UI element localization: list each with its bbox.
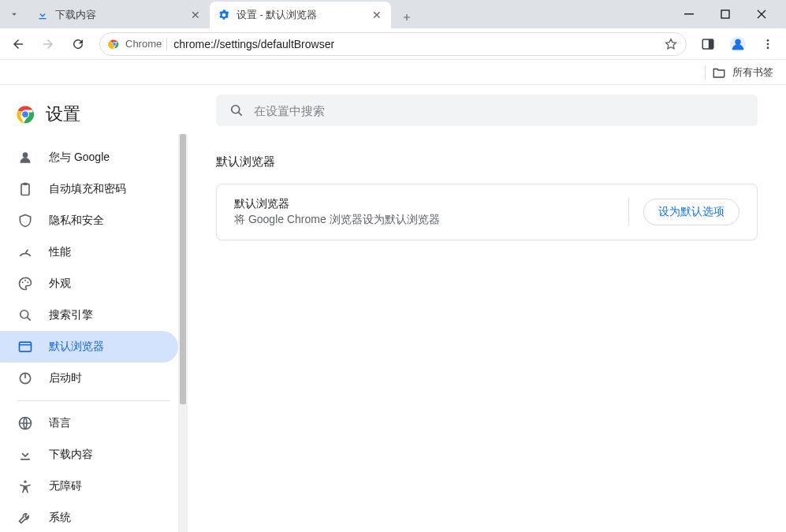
- chrome-logo-icon: [108, 38, 121, 50]
- nav-label: 隐私和安全: [49, 214, 104, 228]
- sidebar-item-privacy[interactable]: 隐私和安全: [0, 205, 178, 236]
- sidebar-item-accessibility[interactable]: 无障碍: [0, 471, 178, 502]
- nav-label: 搜索引擎: [49, 308, 93, 322]
- sidebar-item-on-startup[interactable]: 启动时: [0, 363, 178, 394]
- svg-point-12: [767, 47, 769, 49]
- globe-icon: [17, 415, 33, 431]
- all-bookmarks-button[interactable]: 所有书签: [732, 65, 773, 80]
- svg-point-10: [767, 39, 769, 42]
- set-default-button[interactable]: 设为默认选项: [643, 199, 739, 225]
- nav-label: 默认浏览器: [49, 340, 104, 354]
- close-icon[interactable]: ✕: [189, 9, 202, 21]
- close-window-button[interactable]: [743, 0, 780, 28]
- folder-icon: [712, 65, 726, 80]
- maximize-button[interactable]: [707, 0, 743, 28]
- download-icon: [36, 9, 49, 21]
- accessibility-icon: [17, 478, 33, 494]
- address-bar[interactable]: Chrome chrome://settings/defaultBrowser: [99, 32, 687, 56]
- gear-icon: [218, 9, 230, 21]
- settings-main: 默认浏览器 默认浏览器 将 Google Chrome 浏览器设为默认浏览器 设…: [188, 85, 786, 532]
- tab-search-button[interactable]: [0, 0, 28, 28]
- svg-rect-23: [20, 342, 32, 352]
- bookmark-star-icon[interactable]: [664, 37, 678, 51]
- sidebar-item-performance[interactable]: 性能: [0, 236, 178, 268]
- nav-label: 性能: [49, 245, 71, 259]
- sidebar-item-downloads[interactable]: 下载内容: [0, 439, 178, 471]
- chrome-chip-label: Chrome: [125, 38, 162, 50]
- svg-point-19: [22, 281, 24, 283]
- clipboard-icon: [17, 181, 33, 197]
- sidebar-item-system[interactable]: 系统: [0, 502, 178, 532]
- browser-icon: [17, 339, 33, 355]
- svg-rect-1: [721, 10, 729, 18]
- forward-button[interactable]: [35, 31, 61, 58]
- palette-icon: [17, 276, 33, 292]
- section-title: 默认浏览器: [216, 154, 758, 169]
- tab-downloads[interactable]: 下载内容 ✕: [28, 2, 210, 28]
- svg-point-27: [232, 106, 240, 113]
- settings-content: 设置 您与 Google 自动填充和密码 隐私和安全 性能 外观 搜索引擎 默认…: [0, 85, 786, 532]
- search-icon: [229, 102, 244, 118]
- nav-label: 自动填充和密码: [49, 182, 126, 196]
- window-controls: [671, 0, 780, 28]
- shield-icon: [17, 213, 33, 229]
- sidebar-item-autofill[interactable]: 自动填充和密码: [0, 173, 178, 205]
- back-button[interactable]: [5, 31, 32, 58]
- sidebar-header: 设置: [0, 95, 188, 142]
- sidebar-title: 设置: [46, 102, 80, 126]
- url-text[interactable]: chrome://settings/defaultBrowser: [173, 38, 657, 50]
- settings-sidebar: 设置 您与 Google 自动填充和密码 隐私和安全 性能 外观 搜索引擎 默认…: [0, 85, 188, 532]
- svg-point-9: [735, 39, 740, 44]
- tab-settings-default-browser[interactable]: 设置 - 默认浏览器 ✕: [210, 2, 391, 28]
- settings-search[interactable]: [216, 95, 758, 126]
- nav-label: 下载内容: [49, 448, 93, 462]
- wrench-icon: [17, 510, 33, 526]
- nav-label: 启动时: [49, 371, 82, 385]
- sidebar-item-search-engine[interactable]: 搜索引擎: [0, 299, 178, 331]
- scrollbar-thumb[interactable]: [180, 134, 186, 404]
- svg-rect-17: [21, 184, 29, 195]
- sidebar-item-you-and-google[interactable]: 您与 Google: [0, 142, 178, 173]
- profile-button[interactable]: [725, 31, 751, 58]
- tab-title: 下载内容: [55, 9, 183, 22]
- divider: [705, 65, 706, 80]
- chrome-chip: Chrome: [108, 38, 167, 50]
- svg-point-11: [767, 43, 769, 45]
- default-browser-card: 默认浏览器 将 Google Chrome 浏览器设为默认浏览器 设为默认选项: [216, 184, 758, 240]
- divider: [17, 400, 170, 401]
- sidebar-item-default-browser[interactable]: 默认浏览器: [0, 331, 178, 363]
- nav-label: 语言: [49, 416, 71, 430]
- minimize-button[interactable]: [671, 0, 707, 28]
- svg-point-21: [27, 281, 28, 283]
- svg-point-16: [23, 152, 28, 158]
- menu-button[interactable]: [754, 31, 781, 58]
- svg-rect-18: [24, 183, 28, 185]
- nav-label: 无障碍: [49, 479, 82, 493]
- divider: [628, 198, 629, 226]
- settings-nav: 您与 Google 自动填充和密码 隐私和安全 性能 外观 搜索引擎 默认浏览器…: [0, 142, 188, 532]
- person-icon: [17, 150, 33, 166]
- bookmark-bar: 所有书签: [0, 60, 786, 85]
- side-panel-button[interactable]: [695, 31, 721, 58]
- tab-title: 设置 - 默认浏览器: [237, 9, 364, 22]
- card-title: 默认浏览器: [234, 197, 440, 211]
- toolbar: Chrome chrome://settings/defaultBrowser: [0, 28, 786, 60]
- nav-label: 您与 Google: [49, 151, 110, 165]
- svg-rect-7: [709, 39, 713, 49]
- new-tab-button[interactable]: [396, 6, 418, 28]
- sidebar-item-languages[interactable]: 语言: [0, 407, 178, 439]
- tab-strip: 下载内容 ✕ 设置 - 默认浏览器 ✕: [0, 0, 786, 28]
- sidebar-scrollbar[interactable]: [178, 134, 188, 532]
- sidebar-item-appearance[interactable]: 外观: [0, 268, 178, 299]
- power-icon: [17, 370, 33, 386]
- reload-button[interactable]: [65, 31, 91, 58]
- card-subtitle: 将 Google Chrome 浏览器设为默认浏览器: [234, 213, 440, 227]
- card-text: 默认浏览器 将 Google Chrome 浏览器设为默认浏览器: [234, 197, 440, 227]
- download-icon: [17, 447, 33, 463]
- settings-search-input[interactable]: [254, 104, 745, 117]
- nav-label: 外观: [49, 277, 71, 291]
- search-icon: [17, 307, 33, 323]
- card-action: 设为默认选项: [628, 198, 739, 226]
- nav-label: 系统: [49, 511, 71, 525]
- close-icon[interactable]: ✕: [371, 9, 383, 21]
